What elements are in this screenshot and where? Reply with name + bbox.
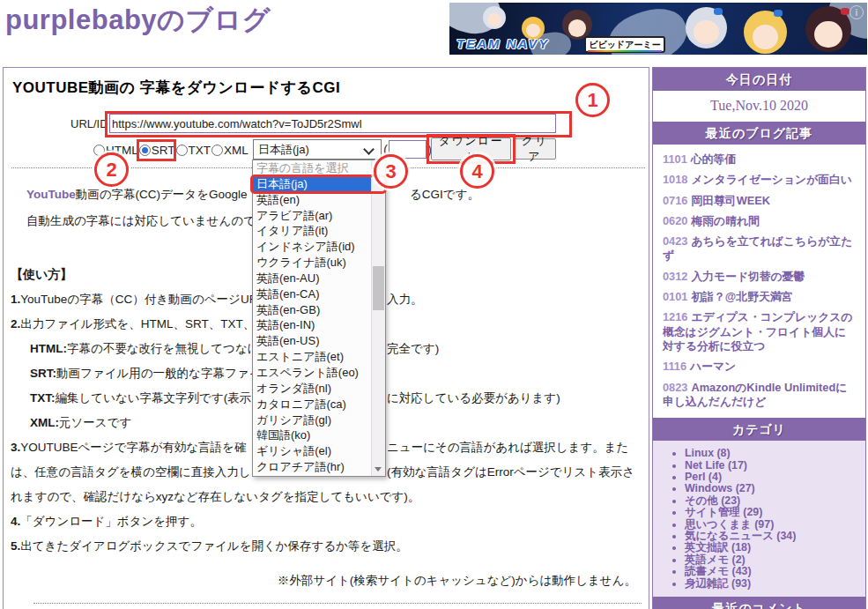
- format-label: SRT: [152, 144, 175, 157]
- category-link[interactable]: 身辺雑記 (93): [685, 578, 862, 590]
- recent-post-link[interactable]: 1216エディプス・コンプレックスの概念はジグムント・フロイト個人に対する分析に…: [663, 310, 856, 353]
- dropdown-option-label: 英語(en): [256, 193, 300, 206]
- dropdown-option[interactable]: ガリシア語(gl): [253, 412, 372, 428]
- dropdown-option[interactable]: アラビア語(ar): [253, 208, 372, 224]
- usage-line-prefix: 4.: [11, 515, 20, 528]
- usage-line-text: 編集していない字幕文字列です(表示: [56, 391, 252, 405]
- ad-banner[interactable]: TEAM NAVY ビビッドアーミー i: [449, 3, 867, 55]
- main-content-box: YOUTUBE動画の 字幕をダウンロードするCGI URL/ID HTML SR…: [3, 67, 649, 609]
- url-input[interactable]: [109, 114, 556, 133]
- dropdown-option-label: エストニア語(et): [256, 350, 344, 363]
- dropdown-option[interactable]: エスペラント語(eo): [253, 365, 372, 381]
- usage-line-text: 出てきたダイアログボックスでファイルを開くか保存するか等を選択。: [20, 539, 408, 553]
- post-date: 0823: [663, 381, 687, 394]
- dropdown-option[interactable]: インドネシア語(id): [253, 239, 372, 255]
- radio-icon[interactable]: [176, 145, 188, 156]
- clear-button[interactable]: クリア: [514, 138, 556, 160]
- sidebar-header-comments: 最近のコメント: [653, 597, 865, 609]
- recent-post-link[interactable]: 0823AmazonのKindle Unlimitedに申し込んだんだけど: [663, 381, 856, 410]
- recent-post-link[interactable]: 1101心的等価: [663, 152, 856, 167]
- scroll-down-arrow-icon[interactable]: [375, 467, 382, 472]
- usage-line-prefix: 5.: [11, 539, 20, 553]
- category-link[interactable]: Linux (8): [685, 448, 862, 459]
- dropdown-option[interactable]: クロアチア語(hr): [253, 459, 372, 475]
- anime-character: [562, 10, 592, 40]
- category-link[interactable]: Net Life (17): [685, 460, 862, 472]
- today-date: Tue,Nov.10 2020: [653, 91, 865, 122]
- category-link[interactable]: 英文拙訳 (18): [685, 542, 862, 553]
- dropdown-option[interactable]: エストニア語(et): [253, 349, 372, 365]
- dropdown-option-label: 日本語(ja): [256, 177, 308, 190]
- language-dropdown-list: 字幕の言語を選択 日本語(ja) 英語(en) アラビア語(ar) イタリア語(…: [252, 160, 386, 477]
- usage-line-prefix: 1.: [11, 293, 20, 306]
- dropdown-option-label: 英語(en-GB): [256, 303, 320, 316]
- post-date: 0423: [663, 234, 687, 248]
- usage-line-text: 字幕の不要な改行を無視してつなげ: [67, 342, 260, 355]
- dropdown-option-label: 英語(en-CA): [256, 287, 320, 301]
- usage-line-prefix: 2.: [11, 317, 20, 330]
- ad-info-icon[interactable]: i: [849, 5, 864, 19]
- post-title: 岡田尊司WEEK: [691, 194, 770, 207]
- dropdown-option[interactable]: 韓国語(ko): [253, 427, 372, 443]
- page-title: YOUTUBE動画の 字幕をダウンロードするCGI: [12, 78, 340, 98]
- dropdown-option[interactable]: 英語(en-US): [253, 333, 372, 349]
- recent-post-link[interactable]: 0312入力モード切替の憂鬱: [663, 270, 856, 284]
- usage-line-text: 元ソースです: [59, 416, 131, 429]
- sidebar-header-recent-posts: 最近のブログ記事: [653, 122, 865, 145]
- category-list: Linux (8) Net Life (17) Perl (4) Windows…: [653, 441, 865, 597]
- post-date: 1116: [663, 360, 686, 373]
- post-date: 1018: [663, 173, 687, 186]
- post-date: 0620: [663, 214, 687, 227]
- dropdown-option[interactable]: ギリシャ語(el): [253, 443, 372, 459]
- usage-line: れますので、確認だけならxyzなど存在しないタグを指定してもいいです)。: [11, 485, 642, 509]
- format-label: XML: [224, 144, 249, 157]
- dropdown-option[interactable]: ウクライナ語(uk): [253, 255, 372, 271]
- recent-post-link[interactable]: 0716岡田尊司WEEK: [663, 194, 856, 208]
- dropdown-option[interactable]: オランダ語(nl): [253, 381, 372, 397]
- dropdown-option[interactable]: 英語(en-IN): [253, 317, 372, 333]
- dropdown-option-label: エスペラント語(eo): [256, 366, 359, 379]
- dropdown-option[interactable]: イタリア語(it): [253, 223, 372, 239]
- recent-post-link[interactable]: 0423あちらを立てればこちらが立たず: [663, 234, 856, 264]
- usage-line-prefix: SRT:: [30, 367, 56, 380]
- recent-post-link[interactable]: 1018メンタライゼーションが面白い: [663, 173, 856, 187]
- recent-post-link[interactable]: 0101初詣？@北野天満宮: [663, 290, 856, 304]
- format-radio-option[interactable]: SRT: [139, 144, 175, 157]
- post-date: 1101: [663, 152, 687, 166]
- dropdown-option-label: アラビア語(ar): [256, 209, 332, 222]
- dropdown-option[interactable]: 日本語(ja): [253, 176, 372, 192]
- post-title: 心的等価: [691, 152, 736, 166]
- dropdown-option[interactable]: 英語(en-AU): [253, 271, 372, 286]
- annotation-circle-4: 4: [460, 154, 494, 189]
- annotation-circle-2: 2: [94, 152, 129, 187]
- recent-post-link[interactable]: 0620梅雨の晴れ間: [663, 214, 856, 228]
- url-label: URL/ID: [70, 117, 108, 130]
- dropdown-option[interactable]: カタロニア語(ca): [253, 397, 372, 412]
- recent-post-link[interactable]: 1116ハーマン: [663, 360, 856, 374]
- category-link[interactable]: 気になるニュース (34): [685, 531, 862, 542]
- radio-icon[interactable]: [139, 145, 151, 156]
- post-date: 1216: [663, 310, 687, 323]
- scrollbar-thumb[interactable]: [373, 266, 384, 310]
- dropdown-scrollbar[interactable]: [371, 160, 385, 476]
- format-radio-option[interactable]: XML: [211, 144, 249, 157]
- sidebar: 今日の日付 Tue,Nov.10 2020 最近のブログ記事 1101心的等価 …: [652, 67, 866, 609]
- language-select[interactable]: 日本語(ja): [253, 139, 382, 160]
- language-select-value: 日本語(ja): [258, 142, 309, 158]
- post-title: 梅雨の晴れ間: [691, 214, 759, 227]
- category-link[interactable]: その他 (23): [685, 495, 862, 507]
- usage-line-right-fragment: に対応している必要があります): [387, 386, 560, 411]
- dropdown-option-label: カタロニア語(ca): [256, 397, 346, 411]
- category-link[interactable]: 思いつくまま (97): [685, 519, 862, 531]
- radio-icon[interactable]: [211, 145, 223, 156]
- category-link[interactable]: Windows (27): [685, 483, 862, 494]
- dropdown-option[interactable]: 英語(en-CA): [253, 286, 372, 302]
- dropdown-option[interactable]: 英語(en): [253, 192, 372, 208]
- dropdown-option[interactable]: 英語(en-GB): [253, 302, 372, 318]
- category-link[interactable]: Perl (4): [685, 472, 862, 483]
- format-radio-option[interactable]: TXT: [176, 144, 211, 157]
- category-link[interactable]: 読書メモ (43): [685, 566, 862, 577]
- category-link[interactable]: サイト管理 (29): [685, 507, 862, 518]
- post-date: 0716: [663, 194, 687, 207]
- category-link[interactable]: 英語メモ (2): [685, 554, 862, 566]
